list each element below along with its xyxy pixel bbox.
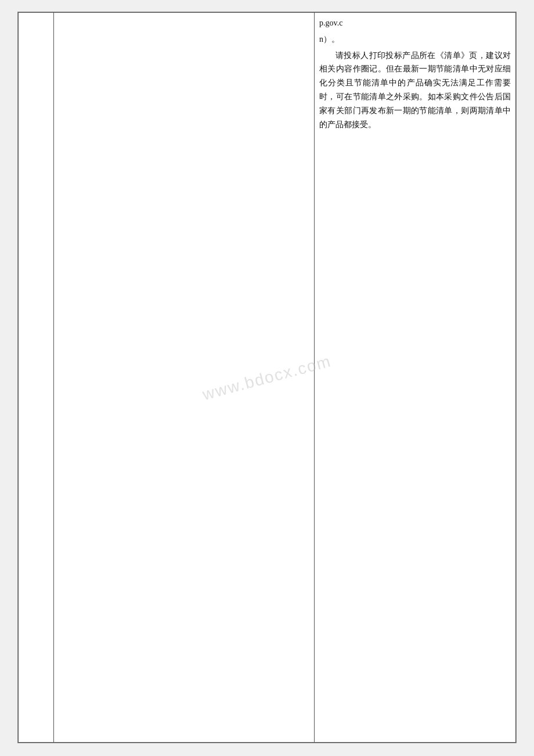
main-table: www.bdocx.com p.gov.c n）。 请投标人打印投标产品所在《清… [18, 12, 516, 743]
line2: n）。 [319, 33, 511, 46]
col-left [19, 13, 54, 743]
right-text-content: p.gov.c n）。 请投标人打印投标产品所在《清单》页，建议对相关内容作圈记… [315, 13, 515, 137]
page-container: www.bdocx.com p.gov.c n）。 请投标人打印投标产品所在《清… [17, 12, 517, 743]
paragraph1: 请投标人打印投标产品所在《清单》页，建议对相关内容作圈记。但在最新一期节能清单中… [319, 49, 511, 132]
col-mid: www.bdocx.com [54, 13, 315, 743]
watermark: www.bdocx.com [201, 352, 334, 404]
line1: p.gov.c [319, 16, 511, 30]
col-right: p.gov.c n）。 请投标人打印投标产品所在《清单》页，建议对相关内容作圈记… [315, 13, 516, 743]
